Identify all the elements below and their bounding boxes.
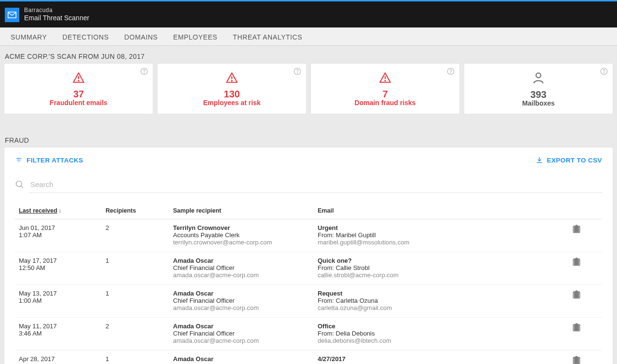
nav-threat-analytics[interactable]: THREAT ANALYTICS [226, 28, 309, 45]
export-csv-button[interactable]: EXPORT TO CSV [536, 156, 602, 164]
row-from-addr: delia.debonis@ibtech.com [318, 337, 536, 344]
summary-card[interactable]: 130Employees at risk [157, 63, 307, 114]
clipboard-icon[interactable] [572, 224, 581, 234]
clipboard-icon[interactable] [572, 355, 581, 364]
row-date: May 11, 2017 [19, 323, 98, 330]
svg-point-15 [536, 73, 541, 78]
export-csv-label: EXPORT TO CSV [547, 157, 602, 164]
table-row[interactable]: Jun 01, 20171:07 AM2Terrilyn CrownoverAc… [15, 219, 602, 252]
clipboard-icon[interactable] [572, 257, 581, 267]
row-date: Apr 28, 2017 [19, 355, 98, 363]
row-from-addr: carletta.ozuna@gmail.com [318, 304, 536, 311]
svg-point-4 [78, 80, 79, 81]
svg-point-10 [450, 73, 451, 73]
help-icon[interactable] [447, 67, 455, 80]
table-row[interactable]: May 11, 20173:46 AM2Amada OscarChief Fin… [15, 318, 602, 351]
help-icon[interactable] [140, 67, 148, 80]
col-recipients[interactable]: Recipients [102, 202, 169, 219]
row-subject: Request [318, 290, 536, 297]
card-icon [72, 71, 85, 89]
card-value: 393 [530, 89, 546, 100]
card-value: 37 [73, 89, 84, 100]
svg-line-21 [21, 186, 23, 188]
row-recipient-name: Amada Oscar [173, 257, 310, 264]
col-sample-recipient[interactable]: Sample recipient [169, 202, 314, 219]
help-icon[interactable] [600, 67, 608, 80]
svg-rect-25 [575, 258, 578, 260]
row-from: From: Maribel Guptill [318, 231, 536, 239]
card-label: Fraudulent emails [50, 99, 107, 107]
table-row[interactable]: May 17, 201712:50 AM1Amada OscarChief Fi… [15, 252, 602, 285]
fraud-section-title: FRAUD [4, 130, 613, 147]
table-row[interactable]: May 13, 20171:00 AM1Amada OscarChief Fin… [15, 285, 602, 318]
svg-rect-31 [575, 357, 578, 358]
svg-rect-23 [575, 226, 578, 227]
row-recipient-role: Chief Financial Officer [173, 264, 310, 271]
brand-name: Barracuda [24, 7, 89, 14]
row-recipients: 1 [102, 351, 169, 364]
search-input[interactable] [29, 176, 602, 193]
row-recipient-role: Chief Financial Officer [173, 297, 310, 304]
nav-detections[interactable]: DETECTIONS [56, 28, 116, 45]
svg-rect-24 [574, 260, 579, 265]
product-name: Email Threat Scanner [24, 14, 89, 23]
row-recipient-name: Terrilyn Crownover [173, 224, 310, 231]
card-label: Domain fraud risks [355, 99, 416, 107]
row-recipients: 1 [102, 285, 169, 318]
help-icon[interactable] [294, 67, 301, 80]
row-recipients: 2 [102, 318, 169, 351]
download-icon [536, 156, 543, 164]
svg-point-20 [16, 181, 22, 187]
filter-attacks-button[interactable]: FILTER ATTACKS [15, 157, 83, 164]
svg-point-8 [231, 80, 232, 81]
nav-employees[interactable]: EMPLOYEES [166, 28, 224, 45]
row-subject: Quick one? [318, 257, 536, 264]
row-from: From: Carletta Ozuna [318, 297, 536, 304]
nav-summary[interactable]: SUMMARY [4, 28, 54, 45]
row-recipient-addr: amada.oscar@acme-corp.com [173, 304, 310, 311]
svg-rect-30 [574, 358, 579, 364]
clipboard-icon[interactable] [572, 323, 581, 332]
row-subject: 4/27/2017 [318, 355, 536, 363]
row-recipient-name: Amada Oscar [173, 323, 310, 330]
svg-point-14 [604, 73, 604, 73]
col-email[interactable]: Email [314, 202, 539, 219]
row-recipient-role: Chief Financial Officer [173, 330, 310, 337]
svg-rect-27 [575, 291, 578, 293]
svg-point-12 [385, 80, 385, 81]
row-from: From: Delia Debonis [318, 330, 536, 337]
card-icon [378, 71, 392, 89]
summary-card[interactable]: 393Mailboxes [464, 63, 613, 114]
row-date: May 17, 2017 [19, 257, 98, 264]
fraud-panel: FILTER ATTACKS EXPORT TO CSV Last receiv… [4, 147, 613, 364]
filter-icon [15, 157, 23, 163]
row-recipient-role: Accounts Payable Clerk [173, 231, 310, 239]
svg-rect-26 [574, 293, 579, 298]
svg-point-2 [144, 73, 144, 73]
card-icon [225, 71, 239, 89]
scan-title: ACME CORP.'S SCAN FROM JUN 08, 2017 [4, 46, 613, 63]
row-date: Jun 01, 2017 [19, 224, 98, 231]
col-last-received[interactable]: Last received↓ [15, 202, 102, 219]
row-subject: Urgent [318, 224, 536, 231]
summary-card[interactable]: 37Fraudulent emails [4, 63, 153, 114]
row-time: 12:50 AM [19, 264, 98, 271]
row-recipient-addr: amada.oscar@acme-corp.com [173, 271, 310, 279]
card-label: Employees at risk [203, 99, 260, 107]
card-value: 130 [224, 89, 240, 100]
clipboard-icon[interactable] [572, 290, 581, 299]
sort-desc-icon: ↓ [58, 207, 61, 214]
summary-card[interactable]: 7Domain fraud risks [310, 63, 460, 114]
svg-rect-22 [574, 227, 579, 232]
row-recipient-name: Amada Oscar [173, 290, 310, 297]
main-nav: SUMMARY DETECTIONS DOMAINS EMPLOYEES THR… [0, 27, 617, 46]
row-from-addr: callie.strobl@acme-corp.com [318, 271, 536, 279]
search-icon [15, 180, 25, 189]
row-time: 3:46 AM [19, 330, 98, 337]
row-time: 1:00 AM [19, 297, 98, 304]
nav-domains[interactable]: DOMAINS [118, 28, 165, 45]
table-row[interactable]: Apr 28, 20174:17 AM1Amada OscarChief Fin… [15, 351, 602, 364]
row-recipient-name: Amada Oscar [173, 355, 310, 363]
app-header: Barracuda Email Threat Scanner [0, 1, 617, 27]
row-recipient-addr: amada.oscar@acme-corp.com [173, 337, 310, 344]
